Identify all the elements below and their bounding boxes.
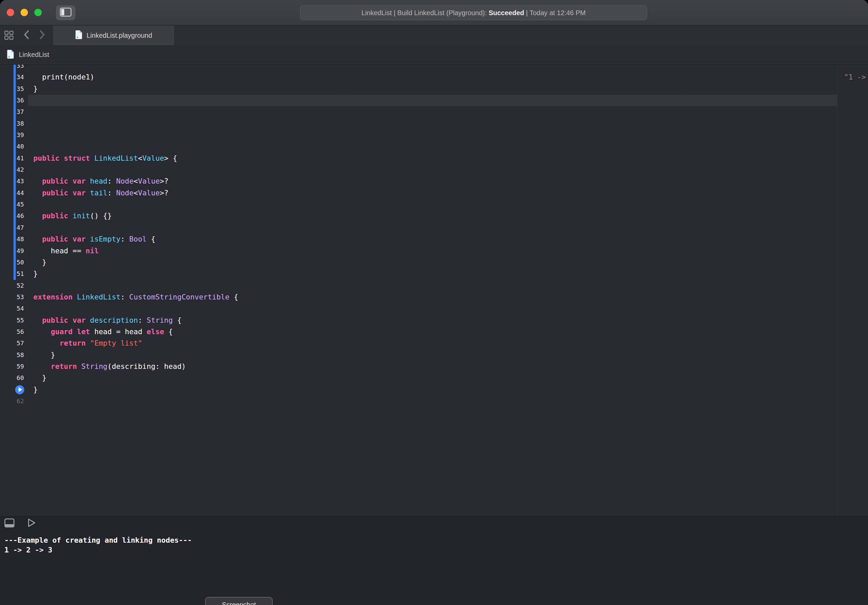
line-number[interactable]: 36 — [17, 95, 24, 106]
line-number[interactable]: 53 — [17, 292, 24, 303]
line-number[interactable]: 57 — [17, 338, 24, 349]
code-line[interactable]: 48 public var isEmpty: Bool { — [0, 233, 868, 245]
jumpbar-item[interactable]: LinkedList — [19, 51, 49, 59]
line-number[interactable]: 39 — [17, 129, 24, 141]
line-number[interactable]: 60 — [17, 372, 24, 384]
code-line[interactable]: } — [0, 384, 868, 396]
gutter-cell[interactable]: 48 — [0, 233, 28, 245]
code-text[interactable] — [28, 222, 868, 233]
gutter-cell[interactable]: 59 — [0, 361, 28, 372]
gutter-cell[interactable]: 46 — [0, 210, 28, 222]
code-line[interactable]: 40 — [0, 141, 868, 152]
line-number[interactable]: 35 — [17, 83, 24, 95]
line-number[interactable]: 49 — [17, 245, 24, 257]
zoom-button[interactable] — [34, 9, 42, 16]
line-number[interactable]: 56 — [17, 326, 24, 338]
line-number[interactable]: 59 — [17, 361, 24, 372]
gutter-cell[interactable]: 41 — [0, 153, 28, 164]
line-number[interactable]: 42 — [17, 164, 24, 175]
line-number[interactable]: 47 — [17, 222, 24, 233]
run-playground-button[interactable] — [27, 518, 36, 529]
code-text[interactable]: print(node1) — [28, 71, 868, 83]
playground-result[interactable]: "1 -> 2 - — [844, 71, 868, 83]
code-text[interactable]: public var isEmpty: Bool { — [28, 233, 868, 245]
line-number[interactable]: 41 — [17, 153, 24, 164]
code-line[interactable]: 35} — [0, 83, 868, 95]
gutter-cell[interactable]: 43 — [0, 175, 28, 187]
code-text[interactable] — [28, 164, 868, 175]
code-text[interactable]: public init() {} — [28, 210, 868, 222]
line-number[interactable]: 37 — [17, 106, 24, 118]
line-number[interactable]: 43 — [17, 175, 24, 187]
code-line[interactable]: 60 } — [0, 372, 868, 384]
code-line[interactable]: 37 — [0, 106, 868, 118]
code-line[interactable]: 38 — [0, 118, 868, 129]
line-number[interactable]: 46 — [17, 210, 24, 222]
code-line[interactable]: 43 public var head: Node<Value>? — [0, 175, 868, 187]
screenshot-button[interactable]: Screenshot — [205, 597, 273, 605]
gutter-cell[interactable]: 56 — [0, 326, 28, 338]
code-text[interactable]: } — [28, 349, 868, 361]
code-text[interactable] — [28, 396, 868, 407]
line-number[interactable]: 34 — [17, 71, 24, 83]
forward-button[interactable] — [38, 30, 46, 40]
code-text[interactable]: } — [28, 257, 868, 268]
tab-linkedlist-playground[interactable]: LinkedList.playground — [53, 26, 175, 45]
gutter-cell[interactable]: 58 — [0, 349, 28, 361]
gutter-cell[interactable]: 45 — [0, 199, 28, 210]
code-text[interactable]: public var description: String { — [28, 315, 868, 326]
line-number[interactable]: 51 — [17, 268, 24, 279]
line-number[interactable]: 38 — [17, 118, 24, 129]
console-output[interactable]: ---Example of creating and linking nodes… — [5, 535, 192, 555]
line-number[interactable]: 33 — [17, 65, 24, 71]
code-text[interactable]: } — [28, 268, 868, 279]
code-text[interactable] — [28, 280, 868, 292]
code-text[interactable]: } — [28, 83, 868, 95]
code-line[interactable]: 59 return String(describing: head) — [0, 361, 868, 372]
sidebar-toggle-button[interactable] — [56, 5, 75, 20]
playground-run-line-button[interactable] — [15, 385, 24, 394]
gutter-cell[interactable]: 36 — [0, 95, 28, 106]
code-line[interactable]: 62 — [0, 396, 868, 407]
tab-overview-button[interactable] — [5, 31, 14, 40]
code-text[interactable] — [28, 118, 868, 129]
gutter-cell[interactable]: 55 — [0, 315, 28, 326]
code-text[interactable]: head == nil — [28, 245, 868, 257]
gutter-cell[interactable]: 60 — [0, 372, 28, 384]
gutter-cell[interactable]: 38 — [0, 118, 28, 129]
gutter-cell[interactable]: 39 — [0, 129, 28, 141]
code-line[interactable]: 44 public var tail: Node<Value>? — [0, 187, 868, 199]
gutter-cell[interactable]: 53 — [0, 292, 28, 303]
line-number[interactable]: 58 — [17, 349, 24, 361]
line-number[interactable]: 52 — [17, 280, 24, 292]
code-text[interactable] — [28, 141, 868, 152]
code-line[interactable]: 46 public init() {} — [0, 210, 868, 222]
gutter-cell[interactable]: 47 — [0, 222, 28, 233]
code-line[interactable]: 49 head == nil — [0, 245, 868, 257]
code-text[interactable]: public var tail: Node<Value>? — [28, 187, 868, 199]
line-number[interactable]: 40 — [17, 141, 24, 152]
line-number[interactable]: 48 — [17, 233, 24, 245]
line-number[interactable]: 50 — [17, 257, 24, 268]
code-line[interactable]: 53extension LinkedList: CustomStringConv… — [0, 292, 868, 303]
gutter-cell[interactable]: 33 — [0, 65, 28, 71]
code-text[interactable] — [28, 106, 868, 118]
line-number[interactable]: 44 — [17, 187, 24, 199]
code-text[interactable]: public struct LinkedList<Value> { — [28, 153, 868, 164]
code-line[interactable]: 33 — [0, 65, 868, 71]
code-text[interactable]: extension LinkedList: CustomStringConver… — [28, 292, 868, 303]
code-text[interactable]: return String(describing: head) — [28, 361, 868, 372]
code-text[interactable]: public var head: Node<Value>? — [28, 175, 868, 187]
code-text[interactable]: } — [28, 372, 868, 384]
close-button[interactable] — [7, 9, 14, 16]
line-number[interactable]: 55 — [17, 315, 24, 326]
line-number[interactable]: 62 — [17, 396, 24, 407]
code-line[interactable]: 50 } — [0, 257, 868, 268]
code-line[interactable]: 57 return "Empty list" — [0, 338, 868, 349]
line-number[interactable]: 45 — [17, 199, 24, 210]
code-line[interactable]: 45 — [0, 199, 868, 210]
code-line[interactable]: 58 } — [0, 349, 868, 361]
gutter-cell[interactable]: 44 — [0, 187, 28, 199]
back-button[interactable] — [23, 30, 31, 40]
code-line[interactable]: 47 — [0, 222, 868, 233]
